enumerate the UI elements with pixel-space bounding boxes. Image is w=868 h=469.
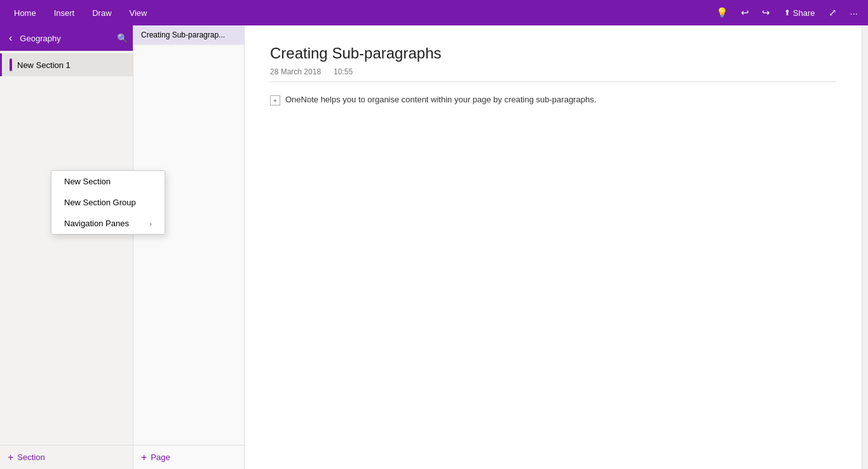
- left-panel: ‹ Geography 🔍 New Section 1 + Section: [0, 25, 133, 469]
- back-button[interactable]: ‹: [5, 31, 16, 45]
- right-scrollbar[interactable]: [862, 25, 868, 469]
- nav-view[interactable]: View: [122, 6, 155, 20]
- page-meta: 28 March 2018 10:55: [270, 67, 836, 82]
- share-icon: ⬆: [784, 8, 790, 17]
- notebook-title: Geography: [20, 34, 113, 43]
- add-page-footer[interactable]: + Page: [133, 445, 244, 469]
- left-panel-header: ‹ Geography 🔍: [0, 25, 133, 51]
- page-paragraph: + OneNote helps you to organise content …: [270, 95, 836, 105]
- app-body: ‹ Geography 🔍 New Section 1 + Section Cr…: [0, 25, 868, 469]
- middle-panel: Creating Sub-paragrap... + Page: [133, 25, 245, 469]
- context-menu-new-section-group[interactable]: New Section Group: [51, 192, 165, 213]
- paragraph-text: OneNote helps you to organise content wi…: [285, 95, 596, 104]
- fullscreen-button[interactable]: ⤢: [825, 4, 841, 21]
- add-section-icon: +: [8, 452, 13, 463]
- context-menu: New Section New Section Group Navigation…: [51, 170, 165, 234]
- context-menu-navigation-panes[interactable]: Navigation Panes ›: [51, 213, 165, 234]
- nav-home[interactable]: Home: [6, 6, 44, 20]
- redo-button[interactable]: ↪: [758, 4, 774, 21]
- search-button[interactable]: 🔍: [117, 33, 128, 43]
- pages-list: Creating Sub-paragrap...: [133, 25, 244, 445]
- context-menu-new-section[interactable]: New Section: [51, 171, 165, 192]
- more-options-button[interactable]: ···: [846, 5, 862, 21]
- nav-insert[interactable]: Insert: [46, 6, 83, 20]
- add-section-footer[interactable]: + Section: [0, 445, 133, 469]
- page-date: 28 March 2018: [270, 67, 321, 76]
- share-button[interactable]: ⬆ Share: [779, 6, 820, 20]
- section-label: New Section 1: [17, 60, 125, 70]
- chevron-right-icon: ›: [149, 220, 152, 228]
- main-content: Creating Sub-paragraphs 28 March 2018 10…: [245, 25, 862, 469]
- page-time: 10:55: [334, 67, 353, 76]
- page-item-label: Creating Sub-paragrap...: [141, 31, 225, 39]
- page-body: + OneNote helps you to organise content …: [270, 95, 836, 105]
- section-item-new-section-1[interactable]: New Section 1: [0, 53, 133, 76]
- add-page-label: Page: [151, 452, 170, 462]
- page-item-creating-subparagraphs[interactable]: Creating Sub-paragrap...: [133, 25, 244, 45]
- sections-list: New Section 1: [0, 51, 133, 445]
- page-title: Creating Sub-paragraphs: [270, 44, 836, 62]
- undo-button[interactable]: ↩: [737, 4, 753, 21]
- add-page-icon: +: [141, 452, 147, 463]
- title-bar: Home Insert Draw View 💡 ↩ ↪ ⬆ Share ⤢ ··…: [0, 0, 868, 25]
- add-section-label: Section: [17, 452, 44, 462]
- nav-draw[interactable]: Draw: [85, 6, 119, 20]
- expand-paragraph-icon[interactable]: +: [270, 95, 280, 105]
- lightbulb-icon[interactable]: 💡: [712, 4, 732, 21]
- section-color-indicator: [10, 58, 12, 71]
